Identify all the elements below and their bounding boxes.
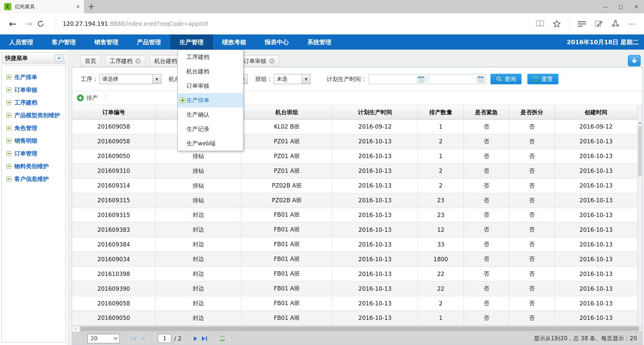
- vertical-scrollbar[interactable]: ▲: [637, 105, 642, 326]
- tree-collapse-icon[interactable]: [6, 75, 11, 80]
- maximize-button[interactable]: ▢: [613, 0, 629, 13]
- browser-tab-close-icon[interactable]: ✕: [76, 4, 80, 9]
- url-field[interactable]: 120.27.194.191:8888/index.ered?reqCode=a…: [59, 20, 533, 27]
- menu-item[interactable]: 生产确认: [178, 108, 243, 122]
- team-select[interactable]: 未选 ▼: [274, 74, 311, 84]
- scroll-up-arrow-icon[interactable]: ▲: [638, 121, 642, 124]
- doc-tab[interactable]: 首页: [80, 55, 101, 67]
- date-from-input[interactable]: [369, 74, 426, 84]
- table-row[interactable]: 201609034封边FB01 A班2016-10-131800否否2016-1…: [72, 252, 637, 267]
- table-row[interactable]: 201609390封边FB01 A班2016-10-1322否否2016-10-…: [72, 281, 637, 296]
- reload-grid-button[interactable]: [218, 334, 227, 343]
- horizontal-scrollbar-thumb[interactable]: [80, 327, 639, 331]
- table-row[interactable]: 201609058KL02 B班2016-09-121否否2016-09-12: [72, 120, 637, 134]
- tree-collapse-icon[interactable]: [6, 100, 11, 105]
- chevron-down-icon[interactable]: ▼: [302, 74, 310, 84]
- table-row[interactable]: 201609310排钻PZ01 A班2016-10-132否否2016-10-1…: [72, 164, 637, 179]
- sidebar-item[interactable]: 销售明细: [6, 134, 65, 147]
- schedule-button[interactable]: 排产: [77, 94, 98, 102]
- nav-item[interactable]: 报表中心: [256, 34, 298, 50]
- share-button[interactable]: [608, 17, 623, 30]
- sidebar-item[interactable]: 订单管理: [6, 147, 65, 160]
- table-row[interactable]: 201609058封边FB01 A班2016-10-132否否2016-10-1…: [72, 296, 637, 311]
- close-button[interactable]: ✕: [629, 0, 644, 13]
- doc-tab[interactable]: 订单审核×: [239, 55, 279, 67]
- horizontal-scrollbar[interactable]: ‹: [72, 326, 642, 332]
- new-tab-button[interactable]: +: [84, 0, 99, 13]
- sidebar-collapse-button[interactable]: «: [55, 54, 63, 62]
- nav-item[interactable]: 系统管理: [298, 34, 341, 50]
- favorites-button[interactable]: [550, 17, 564, 30]
- chevron-down-icon[interactable]: ▼: [152, 74, 161, 84]
- tree-collapse-icon[interactable]: [6, 177, 11, 182]
- menu-item[interactable]: 机台建档: [178, 64, 243, 79]
- nav-item[interactable]: 人员管理: [0, 34, 43, 50]
- sidebar-item[interactable]: 订单审核: [6, 83, 65, 96]
- table-row[interactable]: 201610398封边FB01 A班2016-10-1322否否2016-10-…: [72, 267, 637, 281]
- column-header[interactable]: 订单编号: [72, 105, 156, 119]
- minimize-button[interactable]: —: [598, 0, 613, 13]
- table-cell: 2016-10-13: [555, 281, 637, 296]
- tab-close-icon[interactable]: ×: [135, 58, 141, 64]
- calendar-icon[interactable]: [477, 75, 484, 83]
- browser-tab[interactable]: E 亿尚家具 ✕: [0, 0, 84, 13]
- table-row[interactable]: 201609050封边FB01 A班2016-10-131否否2016-10-1…: [72, 311, 637, 326]
- nav-item[interactable]: 产品管理: [128, 34, 170, 50]
- nav-item[interactable]: 销售管理: [85, 34, 128, 50]
- process-select[interactable]: 请选择 ▼: [99, 74, 161, 84]
- table-row[interactable]: 201609315封边FB01 A班2016-10-1323否否2016-10-…: [72, 208, 637, 223]
- next-page-button[interactable]: [191, 334, 200, 343]
- menu-item[interactable]: 工序建档: [178, 50, 243, 64]
- tree-collapse-icon[interactable]: [6, 151, 11, 156]
- tree-collapse-icon[interactable]: [6, 138, 11, 143]
- menu-item[interactable]: 生产web端: [178, 136, 243, 151]
- table-row[interactable]: 201609383封边FB01 A班2016-10-1312否否2016-10-…: [72, 222, 637, 237]
- web-note-button[interactable]: [592, 17, 606, 30]
- reading-view-button[interactable]: [533, 17, 547, 30]
- refresh-button[interactable]: [37, 20, 53, 27]
- tab-close-icon[interactable]: ×: [269, 58, 275, 64]
- tree-collapse-icon[interactable]: [6, 126, 11, 131]
- sidebar-item[interactable]: 生产排单: [6, 71, 65, 83]
- nav-item[interactable]: 客户管理: [43, 34, 85, 50]
- menu-item[interactable]: 生产排单: [178, 93, 243, 108]
- reset-button[interactable]: 重置: [527, 74, 558, 84]
- table-row[interactable]: 201609058PZ01 A班2016-10-132否否2016-10-13: [72, 134, 637, 149]
- search-button[interactable]: 查询: [490, 74, 522, 84]
- more-button[interactable]: ⋯: [625, 17, 639, 30]
- table-cell: 排钻: [156, 164, 241, 178]
- column-header[interactable]: 计划生产时间: [332, 105, 418, 119]
- column-header[interactable]: 是否紧急: [464, 105, 509, 119]
- menu-item[interactable]: 订单审核: [178, 79, 243, 93]
- date-to-input[interactable]: [428, 74, 486, 84]
- column-header[interactable]: 机台班组: [241, 105, 332, 119]
- tree-collapse-icon[interactable]: [6, 164, 11, 169]
- back-button[interactable]: ←: [5, 19, 21, 29]
- page-size-select[interactable]: 20: [88, 334, 120, 343]
- nav-item[interactable]: 绩效考核: [213, 34, 256, 50]
- column-header[interactable]: 排产数量: [418, 105, 464, 119]
- tabs-dropdown-button[interactable]: [628, 55, 641, 66]
- table-row[interactable]: 201609050排钻PZ01 A班2016-10-131否否2016-10-1…: [72, 149, 637, 164]
- table-row[interactable]: 201609384封边FB01 A班2016-10-1333否否2016-10-…: [72, 237, 637, 252]
- sidebar-item[interactable]: 工序建档: [6, 96, 65, 109]
- calendar-icon[interactable]: [417, 75, 425, 83]
- sidebar-item[interactable]: 产品模型类别维护: [6, 109, 65, 122]
- menu-item[interactable]: 生产记录: [178, 122, 243, 136]
- tree-collapse-icon[interactable]: [6, 113, 11, 118]
- last-page-button[interactable]: [200, 334, 209, 343]
- sidebar-item[interactable]: 物料类别维护: [6, 160, 65, 172]
- sidebar-item[interactable]: 角色管理: [6, 122, 65, 134]
- tree-collapse-icon[interactable]: [6, 87, 11, 92]
- table-row[interactable]: 201609315排钻PZ02B A班2016-10-1323否否2016-10…: [72, 193, 637, 208]
- sidebar-item[interactable]: 客户信息维护: [6, 172, 65, 185]
- column-header[interactable]: 创建时间: [555, 105, 637, 119]
- doc-tab[interactable]: 工序建档×: [105, 55, 146, 67]
- vertical-scrollbar-thumb[interactable]: [638, 126, 642, 176]
- scroll-left-arrow-icon[interactable]: ‹: [72, 326, 79, 332]
- hub-button[interactable]: [575, 17, 589, 30]
- page-number-input[interactable]: 1: [158, 334, 171, 343]
- table-row[interactable]: 201609314排钻PZ02B A班2016-10-132否否2016-10-…: [72, 179, 637, 193]
- nav-item[interactable]: 生产管理: [170, 34, 213, 50]
- column-header[interactable]: 是否拆分: [509, 105, 555, 119]
